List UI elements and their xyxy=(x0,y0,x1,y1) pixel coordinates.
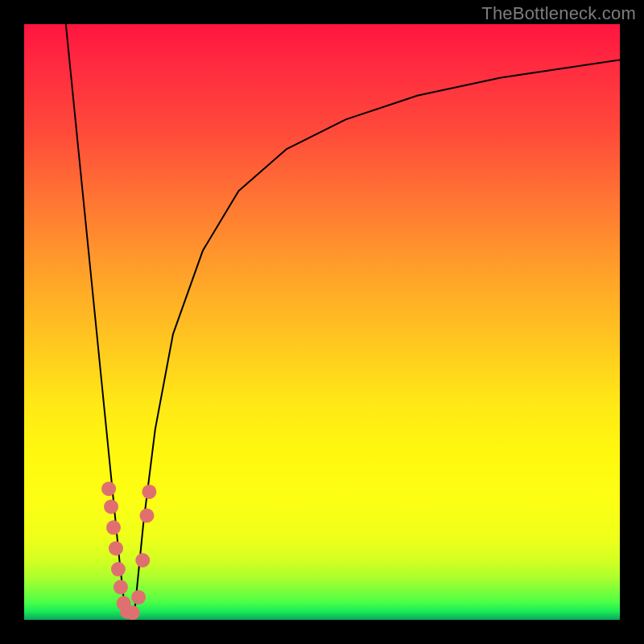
data-marker xyxy=(111,562,126,576)
curve-layer xyxy=(66,24,620,614)
data-marker xyxy=(114,580,128,594)
data-marker xyxy=(101,481,116,496)
data-marker xyxy=(109,541,123,555)
curve-right-branch xyxy=(134,60,620,613)
data-marker xyxy=(135,553,150,568)
attribution-text: TheBottleneck.com xyxy=(481,3,636,24)
data-marker xyxy=(106,520,121,535)
data-marker xyxy=(142,485,156,499)
chart-frame: TheBottleneck.com xyxy=(0,0,644,644)
data-marker xyxy=(131,590,146,605)
data-marker xyxy=(126,605,140,620)
chart-svg xyxy=(24,24,620,620)
plot-area xyxy=(24,24,620,620)
data-marker xyxy=(104,499,118,514)
data-marker xyxy=(139,509,154,523)
marker-layer xyxy=(101,481,156,620)
